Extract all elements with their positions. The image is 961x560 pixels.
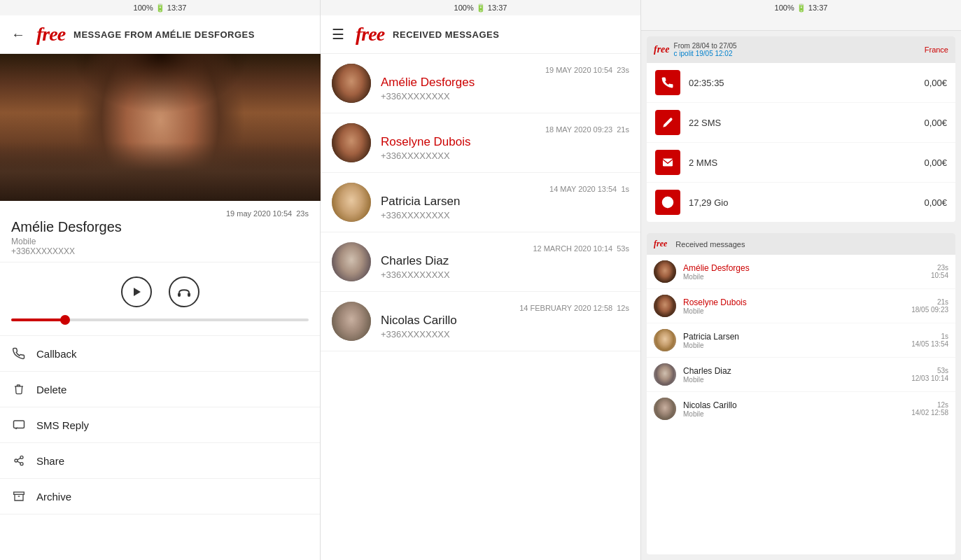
message-name-4: Charles Diaz	[381, 254, 629, 268]
share-icon	[11, 453, 27, 468]
message-meta-5: 14 FEBRUARY 2020 12:58 12s	[381, 304, 629, 312]
headphone-button[interactable]	[169, 276, 199, 307]
mini-info-4: Charles Diaz Mobile	[683, 366, 911, 384]
message-meta-2: 18 MAY 2020 09:23 21s	[381, 125, 629, 134]
svg-rect-1	[178, 293, 181, 297]
message-phone-2: +336XXXXXXXX	[381, 150, 629, 161]
time-1: 13:37	[167, 4, 187, 12]
stat-data-label: 17,29 Gio	[689, 197, 924, 208]
message-content-1: 19 MAY 2020 10:54 23s Amélie Desforges +…	[381, 66, 629, 102]
archive-icon	[11, 489, 27, 504]
mini-meta-4: 53s 12/03 10:14	[911, 367, 948, 382]
mini-type-2: Mobile	[683, 307, 911, 315]
mini-info-5: Nicolas Carillo Mobile	[683, 400, 911, 418]
stat-row-data: 17,29 Gio 0,00€	[647, 183, 955, 222]
action-share[interactable]: Share	[0, 443, 320, 479]
mini-avatar-nicolas	[654, 398, 676, 420]
mini-info-1: Amélie Desforges Mobile	[683, 263, 931, 281]
message-name-3: Patricia Larsen	[381, 195, 629, 209]
mini-item-3[interactable]: Patricia Larsen Mobile 1s 14/05 13:54	[647, 323, 955, 358]
status-bar-2: 100% 🔋 13:37	[321, 0, 641, 15]
mini-list-card: free Received messages Amélie Desforges …	[647, 233, 955, 554]
globe-stat-icon	[655, 190, 680, 215]
message-item-3[interactable]: 14 MAY 2020 13:54 1s Patricia Larsen +33…	[321, 173, 640, 232]
mini-list-header: free Received messages	[647, 233, 955, 255]
panel-detail: ← free MESSAGE FROM AMÉLIE DESFORGES 19 …	[0, 15, 321, 560]
main-container: ← free MESSAGE FROM AMÉLIE DESFORGES 19 …	[0, 15, 961, 560]
mini-list-title: Received messages	[675, 240, 745, 248]
delete-icon	[11, 382, 27, 397]
svg-marker-0	[134, 288, 141, 296]
message-item-2[interactable]: 18 MAY 2020 09:23 21s Roselyne Dubois +3…	[321, 113, 640, 173]
mini-meta-1: 23s 10:54	[931, 264, 948, 279]
mini-item-1[interactable]: Amélie Desforges Mobile 23s 10:54	[647, 255, 955, 289]
action-delete[interactable]: Delete	[0, 372, 320, 407]
mini-item-4[interactable]: Charles Diaz Mobile 53s 12/03 10:14	[647, 358, 955, 392]
action-archive[interactable]: Archive	[0, 479, 320, 514]
archive-label: Archive	[36, 491, 71, 503]
envelope-stat-icon	[655, 150, 680, 175]
progress-fill	[11, 318, 65, 321]
battery-text-3: 100%	[775, 4, 794, 12]
contact-name: Amélie Desforges	[11, 219, 309, 235]
status-bar-3: 100% 🔋 13:37	[641, 0, 961, 15]
contact-photo	[0, 54, 321, 201]
mini-avatar-amelie	[654, 260, 676, 283]
play-button[interactable]	[121, 276, 152, 307]
list-title: RECEIVED MESSAGES	[393, 29, 499, 40]
mini-info-2: Roselyne Dubois Mobile	[683, 298, 911, 315]
message-phone-1: +336XXXXXXXX	[381, 91, 629, 102]
stats-card-header: free From 28/04 to 27/05 c ipolit 19/05 …	[647, 36, 955, 63]
message-meta-4: 12 MARCH 2020 10:14 53s	[381, 244, 629, 253]
mini-name-2: Roselyne Dubois	[683, 298, 911, 307]
stat-row-sms: 22 SMS 0,00€	[647, 103, 955, 143]
message-item-5[interactable]: 14 FEBRUARY 2020 12:58 12s Nicolas Caril…	[321, 292, 640, 351]
free-logo-detail: free	[36, 23, 65, 46]
free-logo-mini: free	[654, 239, 667, 249]
message-name-2: Roselyne Dubois	[381, 135, 629, 149]
svg-rect-2	[188, 293, 190, 297]
battery-icon-1: 🔋	[155, 4, 165, 13]
stats-update: c ipolit 19/05 12:02	[674, 50, 737, 57]
stats-header-info: From 28/04 to 27/05 c ipolit 19/05 12:02	[674, 42, 737, 57]
mini-avatar-patricia	[654, 329, 676, 351]
avatar-roselyne	[332, 123, 371, 162]
message-phone-3: +336XXXXXXXX	[381, 210, 629, 220]
action-callback[interactable]: Callback	[0, 336, 320, 372]
message-item-4[interactable]: 12 MARCH 2020 10:14 53s Charles Diaz +33…	[321, 232, 640, 292]
svg-point-6	[20, 463, 23, 465]
stat-mms-value: 0,00€	[924, 158, 947, 168]
message-content-3: 14 MAY 2020 13:54 1s Patricia Larsen +33…	[381, 185, 629, 220]
stat-data-value: 0,00€	[924, 197, 947, 208]
svg-rect-11	[663, 158, 673, 166]
mini-type-3: Mobile	[683, 342, 911, 349]
progress-bar[interactable]	[11, 318, 309, 321]
message-phone-5: +336XXXXXXXX	[381, 329, 629, 340]
message-content-2: 18 MAY 2020 09:23 21s Roselyne Dubois +3…	[381, 125, 629, 161]
free-logo-list: free	[356, 23, 384, 46]
message-item-1[interactable]: 19 MAY 2020 10:54 23s Amélie Desforges +…	[321, 54, 640, 113]
battery-text-2: 100%	[454, 4, 474, 12]
detail-header: ← free MESSAGE FROM AMÉLIE DESFORGES	[0, 15, 320, 54]
free-logo-stats: free	[654, 44, 670, 55]
callback-label: Callback	[36, 348, 77, 360]
mini-item-5[interactable]: Nicolas Carillo Mobile 12s 14/02 12:58	[647, 392, 955, 426]
svg-rect-3	[14, 421, 24, 428]
battery-icon-3: 🔋	[797, 4, 806, 13]
avatar-amelie	[332, 64, 371, 103]
back-button[interactable]: ←	[11, 27, 25, 43]
audio-controls	[121, 276, 199, 307]
menu-icon[interactable]: ☰	[332, 26, 344, 43]
message-name-1: Amélie Desforges	[381, 76, 629, 90]
sms-reply-label: SMS Reply	[36, 419, 89, 431]
stat-calls-value: 0,00€	[924, 78, 947, 88]
battery-text-1: 100%	[134, 4, 153, 12]
mini-item-2[interactable]: Roselyne Dubois Mobile 21s 18/05 09:23	[647, 289, 955, 323]
stat-sms-label: 22 SMS	[689, 118, 924, 128]
svg-point-5	[15, 459, 17, 462]
mini-avatar-roselyne	[654, 295, 676, 317]
message-meta-3: 14 MAY 2020 13:54 1s	[381, 185, 629, 193]
status-bar-1: 100% 🔋 13:37	[0, 0, 321, 15]
phone-stat-icon	[655, 70, 680, 95]
action-sms-reply[interactable]: SMS Reply	[0, 407, 320, 443]
